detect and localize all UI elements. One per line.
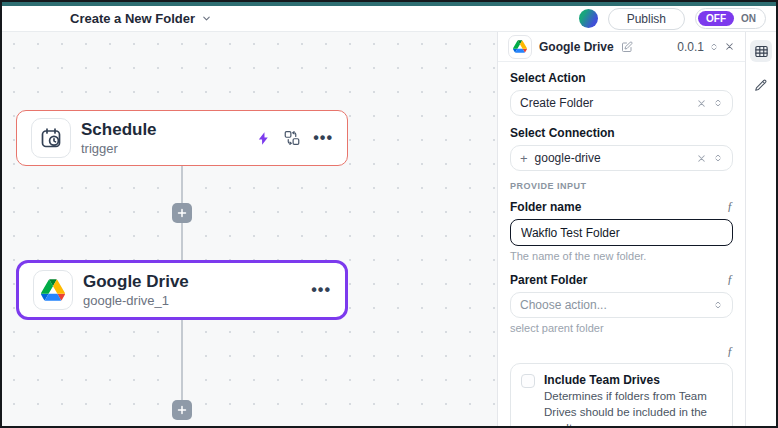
- connector-line: [181, 320, 183, 400]
- calendar-clock-icon: [31, 118, 71, 158]
- edit-pencil-icon[interactable]: [750, 74, 772, 96]
- workflow-enable-toggle[interactable]: OFF ON: [695, 8, 766, 29]
- include-team-drives-checkbox[interactable]: [521, 374, 535, 388]
- function-icon[interactable]: ƒ: [727, 344, 733, 359]
- data-table-icon[interactable]: [750, 40, 772, 62]
- node-actions: •••: [311, 281, 331, 299]
- app-window: Create a New Folder Publish OFF ON: [0, 0, 778, 428]
- select-connection-label: Select Connection: [510, 126, 615, 140]
- node-schedule-trigger[interactable]: Schedule trigger •••: [16, 110, 348, 166]
- lightning-bolt-icon[interactable]: [256, 131, 271, 146]
- toggle-on-label[interactable]: ON: [734, 11, 763, 26]
- folder-name-helper: The name of the new folder.: [510, 250, 733, 262]
- parent-folder-select[interactable]: Choose action...: [510, 292, 733, 318]
- node-menu-button[interactable]: •••: [313, 129, 333, 147]
- user-avatar[interactable]: [579, 9, 598, 28]
- node-actions: •••: [256, 129, 333, 147]
- add-connection-icon[interactable]: +: [520, 151, 528, 166]
- chevron-updown-icon: [713, 98, 723, 108]
- add-step-button[interactable]: [172, 203, 192, 223]
- parent-folder-label: Parent Folder: [510, 273, 587, 287]
- top-header: Create a New Folder Publish OFF ON: [2, 6, 776, 32]
- parent-folder-helper: select parent folder: [510, 322, 733, 334]
- node-title: Schedule: [81, 119, 157, 140]
- panel-body: Select Action Create Folder Select Conne…: [498, 62, 745, 426]
- rename-step-icon[interactable]: [621, 41, 633, 53]
- google-drive-icon: [33, 270, 73, 310]
- action-select-value: Create Folder: [520, 96, 593, 110]
- node-texts: Schedule trigger: [81, 119, 157, 157]
- connection-select[interactable]: + google-drive: [510, 145, 733, 171]
- version-number: 0.0.1: [677, 40, 704, 54]
- workflow-title-menu[interactable]: Create a New Folder: [70, 11, 212, 26]
- node-subtitle: google-drive_1: [83, 293, 189, 309]
- chevron-updown-icon: [709, 42, 719, 52]
- google-drive-icon: [508, 35, 532, 59]
- publish-button[interactable]: Publish: [608, 8, 685, 30]
- clear-icon[interactable]: [696, 98, 707, 109]
- panel-app-name: Google Drive: [539, 40, 614, 54]
- include-team-drives-description: Determines if folders from Team Drives s…: [544, 388, 722, 426]
- node-texts: Google Drive google-drive_1: [83, 271, 189, 309]
- add-step-button[interactable]: [172, 400, 192, 420]
- version-selector[interactable]: 0.0.1: [677, 40, 735, 54]
- function-icon[interactable]: ƒ: [727, 199, 733, 214]
- side-ribbon: [745, 32, 776, 426]
- workflow-canvas[interactable]: Schedule trigger •••: [2, 32, 497, 426]
- connection-select-value: google-drive: [535, 151, 601, 165]
- clear-icon[interactable]: [696, 153, 707, 164]
- workflow-title: Create a New Folder: [70, 11, 195, 26]
- step-config-panel: Google Drive 0.0.1 Select Action Create …: [497, 32, 745, 426]
- close-panel-icon[interactable]: [724, 41, 735, 52]
- provide-input-section-label: PROVIDE INPUT: [510, 181, 733, 191]
- chevron-updown-icon: [713, 153, 723, 163]
- function-icon[interactable]: ƒ: [727, 272, 733, 287]
- folder-name-label: Folder name: [510, 200, 581, 214]
- node-subtitle: trigger: [81, 141, 157, 157]
- node-google-drive[interactable]: Google Drive google-drive_1 •••: [16, 260, 348, 320]
- panel-header: Google Drive 0.0.1: [498, 32, 745, 62]
- action-select[interactable]: Create Folder: [510, 90, 733, 116]
- swap-steps-icon[interactable]: [283, 129, 301, 147]
- include-team-drives-field[interactable]: Include Team Drives Determines if folder…: [510, 363, 733, 426]
- select-action-label: Select Action: [510, 71, 586, 85]
- parent-folder-placeholder: Choose action...: [520, 298, 607, 312]
- node-title: Google Drive: [83, 271, 189, 292]
- chevron-updown-icon: [713, 300, 723, 310]
- header-actions: Publish OFF ON: [579, 8, 766, 30]
- chevron-down-icon: [201, 13, 212, 24]
- toggle-off-label[interactable]: OFF: [698, 11, 734, 26]
- include-team-drives-label: Include Team Drives: [544, 373, 722, 387]
- check-texts: Include Team Drives Determines if folder…: [544, 373, 722, 426]
- node-menu-button[interactable]: •••: [311, 281, 331, 299]
- folder-name-input[interactable]: [510, 219, 733, 246]
